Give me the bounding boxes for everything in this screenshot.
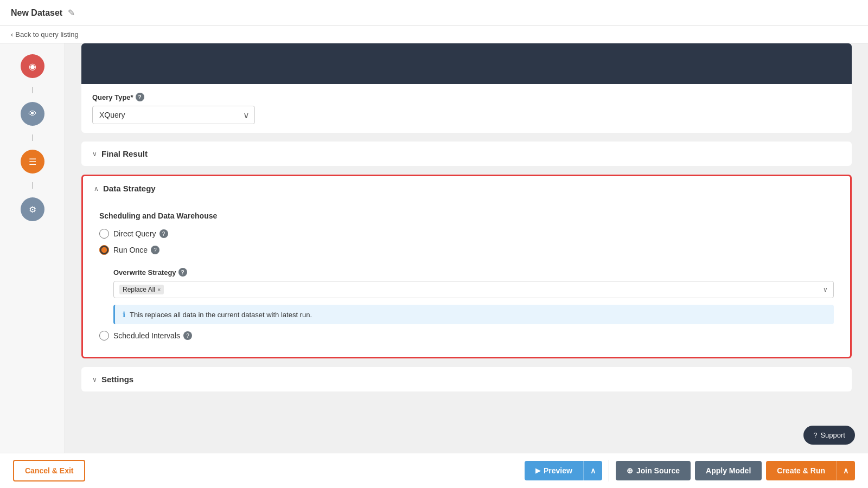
connector-2: [32, 134, 33, 141]
query-type-help-icon[interactable]: ?: [136, 93, 144, 101]
data-strategy-chevron: ∧: [94, 185, 99, 192]
run-once-row: Run Once ?: [99, 245, 834, 255]
scheduling-section-title: Scheduling and Data Warehouse: [99, 211, 834, 220]
radio-group: Direct Query ? Run Once ?: [99, 229, 834, 341]
sidebar-item-step4[interactable]: ⚙: [21, 197, 44, 221]
back-link-label: Back to query listing: [15, 30, 78, 38]
content-area: Query Type* ? XQuery ∨ ∨ Final Result: [65, 43, 868, 453]
data-strategy-section: ∧ Data Strategy Scheduling and Data Ware…: [81, 175, 852, 358]
button-divider: [609, 460, 609, 481]
create-run-button[interactable]: Create & Run: [766, 461, 836, 480]
info-box: ℹ This replaces all data in the current …: [113, 305, 834, 324]
top-header: New Dataset ✎: [0, 0, 868, 26]
query-type-select-wrapper: XQuery ∨: [92, 106, 255, 124]
support-icon: ?: [813, 431, 817, 439]
scheduled-intervals-text: Scheduled Intervals: [113, 331, 180, 340]
overwrite-label: Overwrite Strategy ?: [113, 268, 834, 277]
direct-query-text: Direct Query: [113, 229, 156, 238]
data-strategy-header[interactable]: ∧ Data Strategy: [83, 176, 850, 201]
connector-3: [32, 182, 33, 189]
support-button[interactable]: ? Support: [803, 426, 855, 445]
settings-section: ∨ Settings: [81, 367, 852, 391]
run-once-label: Run Once ?: [113, 246, 159, 254]
query-section: Query Type* ? XQuery ∨: [81, 43, 852, 133]
data-strategy-title: Data Strategy: [103, 184, 156, 193]
join-source-button[interactable]: ⊕ Join Source: [616, 461, 691, 480]
run-once-help-icon[interactable]: ?: [151, 246, 159, 254]
edit-icon[interactable]: ✎: [68, 8, 75, 18]
final-result-chevron: ∨: [92, 150, 97, 158]
scheduled-intervals-radio[interactable]: [99, 331, 109, 341]
query-type-label: Query Type* ?: [92, 93, 841, 101]
main-layout: ◉ 👁 ☰ ⚙ Query Type* ? XQue: [0, 43, 868, 453]
create-run-button-group: Create & Run ∧: [766, 461, 855, 480]
tag-remove-icon[interactable]: ×: [157, 286, 161, 293]
scheduled-intervals-help-icon[interactable]: ?: [183, 331, 192, 340]
final-result-header[interactable]: ∨ Final Result: [81, 142, 852, 166]
sidebar-item-step2[interactable]: 👁: [21, 102, 44, 126]
step2-icon: 👁: [28, 109, 37, 119]
data-strategy-body: Scheduling and Data Warehouse Direct Que…: [83, 201, 850, 357]
scheduled-intervals-label: Scheduled Intervals ?: [113, 331, 192, 340]
settings-chevron: ∨: [92, 376, 97, 383]
query-type-text: Query Type*: [92, 93, 133, 101]
bottom-bar: Cancel & Exit ▶ Preview ∧ ⊕ Join Source …: [0, 453, 868, 488]
overwrite-section: Overwrite Strategy ? Replace All × ∨ ℹ: [113, 268, 834, 324]
query-top-bar: [81, 43, 852, 84]
overwrite-help-icon[interactable]: ?: [178, 268, 187, 277]
support-label: Support: [820, 431, 845, 439]
info-icon: ℹ: [123, 310, 125, 319]
final-result-title: Final Result: [101, 149, 148, 158]
step3-icon: ☰: [29, 157, 36, 167]
action-buttons-group: ▶ Preview ∧ ⊕ Join Source Apply Model Cr…: [525, 460, 855, 481]
sidebar-item-step1[interactable]: ◉: [21, 54, 44, 78]
direct-query-radio[interactable]: [99, 229, 109, 239]
preview-button-group: ▶ Preview ∧: [525, 461, 602, 480]
step1-icon: ◉: [29, 61, 36, 72]
dataset-title: New Dataset: [11, 8, 62, 18]
query-type-select[interactable]: XQuery: [92, 106, 255, 124]
dropdown-arrow-icon: ∨: [823, 286, 828, 293]
direct-query-label: Direct Query ?: [113, 229, 168, 238]
sidebar-item-step3[interactable]: ☰: [21, 150, 44, 174]
back-arrow: ‹: [11, 30, 13, 38]
preview-play-icon: ▶: [535, 467, 540, 474]
join-source-label: Join Source: [636, 466, 680, 475]
query-body: Query Type* ? XQuery ∨: [81, 84, 852, 133]
replace-all-tag: Replace All ×: [119, 285, 164, 294]
scheduled-intervals-row: Scheduled Intervals ?: [99, 331, 834, 341]
run-once-radio[interactable]: [99, 245, 109, 255]
cancel-exit-button[interactable]: Cancel & Exit: [13, 460, 85, 481]
sidebar: ◉ 👁 ☰ ⚙: [0, 43, 65, 453]
overwrite-strategy-select[interactable]: Replace All × ∨: [113, 281, 834, 298]
step4-icon: ⚙: [29, 204, 36, 215]
settings-title: Settings: [101, 375, 133, 384]
direct-query-row: Direct Query ?: [99, 229, 834, 239]
create-run-arrow-button[interactable]: ∧: [836, 461, 855, 480]
overwrite-label-text: Overwrite Strategy: [113, 268, 176, 277]
back-link[interactable]: ‹ Back to query listing: [0, 26, 868, 43]
preview-arrow-button[interactable]: ∧: [583, 461, 602, 480]
run-once-text: Run Once: [113, 246, 148, 254]
settings-header[interactable]: ∨ Settings: [81, 367, 852, 391]
replace-all-tag-text: Replace All: [123, 286, 155, 293]
join-source-icon: ⊕: [627, 466, 633, 475]
preview-label: Preview: [544, 466, 572, 475]
connector-1: [32, 87, 33, 93]
final-result-section: ∨ Final Result: [81, 142, 852, 166]
preview-button[interactable]: ▶ Preview: [525, 461, 583, 480]
direct-query-help-icon[interactable]: ?: [159, 229, 168, 238]
apply-model-button[interactable]: Apply Model: [695, 461, 762, 480]
info-message: This replaces all data in the current da…: [130, 311, 312, 319]
